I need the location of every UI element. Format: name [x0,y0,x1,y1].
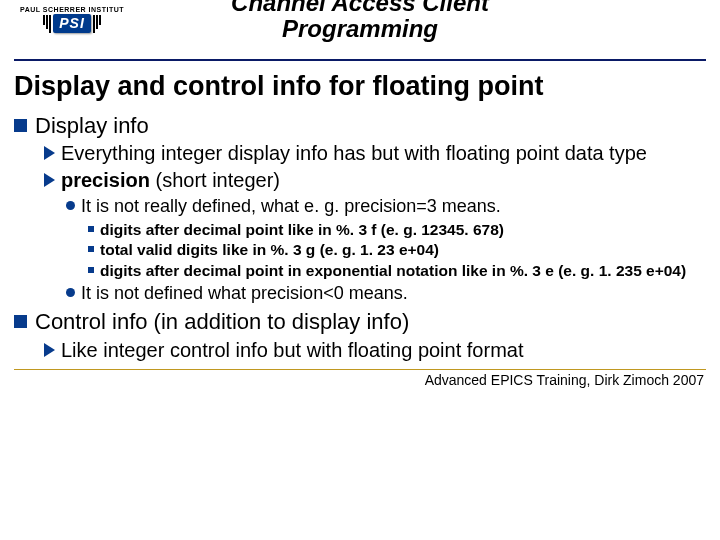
bullet-like-integer-control: Like integer control info but with float… [44,338,706,363]
bullet-text: total valid digits like in %. 3 g (e. g.… [100,240,439,259]
footer-text: Advanced EPICS Training, Dirk Zimoch 200… [16,372,704,388]
bullet-precision: precision (short integer) [44,168,706,193]
precision-rest: (short integer) [150,169,280,191]
precision-bold: precision [61,169,150,191]
dash-bullet-icon [88,226,94,232]
bullet-display-info: Display info [14,112,706,140]
dash-bullet-icon [88,246,94,252]
footer-rule [14,369,706,370]
dash-bullet-icon [88,267,94,273]
header-title-line2: Programming [282,15,438,42]
bullet-not-defined-means: It is not really defined, what e. g. pre… [66,195,706,218]
slide-header: PAUL SCHERRER INSTITUT PSI Channel Acces… [0,0,720,53]
bullet-text: It is not defined what precision<0 means… [81,282,408,305]
bullet-text: It is not really defined, what e. g. pre… [81,195,501,218]
square-bullet-icon [14,315,27,328]
bullet-total-valid-digits: total valid digits like in %. 3 g (e. g.… [88,240,706,259]
triangle-bullet-icon [44,343,55,357]
bullet-text: precision (short integer) [61,168,280,193]
dot-bullet-icon [66,201,75,210]
slide-title: Display and control info for floating po… [14,71,720,102]
bullet-text: digits after decimal point in exponentia… [100,261,686,280]
triangle-bullet-icon [44,146,55,160]
bullet-text: Everything integer display info has but … [61,141,647,166]
bullet-control-info: Control info (in addition to display inf… [14,308,706,336]
bullet-text: Like integer control info but with float… [61,338,523,363]
header-rule [14,59,706,61]
slide-content: Display info Everything integer display … [14,112,706,363]
header-title-line1: Channel Access Client [231,0,489,16]
bullet-digits-after-decimal: digits after decimal point like in %. 3 … [88,220,706,239]
header-title: Channel Access Client Programming [0,0,720,43]
square-bullet-icon [14,119,27,132]
dot-bullet-icon [66,288,75,297]
bullet-text: Display info [35,112,149,140]
bullet-everything-integer: Everything integer display info has but … [44,141,706,166]
bullet-precision-negative: It is not defined what precision<0 means… [66,282,706,305]
triangle-bullet-icon [44,173,55,187]
bullet-text: digits after decimal point like in %. 3 … [100,220,504,239]
bullet-digits-exponential: digits after decimal point in exponentia… [88,261,706,280]
bullet-text: Control info (in addition to display inf… [35,308,409,336]
